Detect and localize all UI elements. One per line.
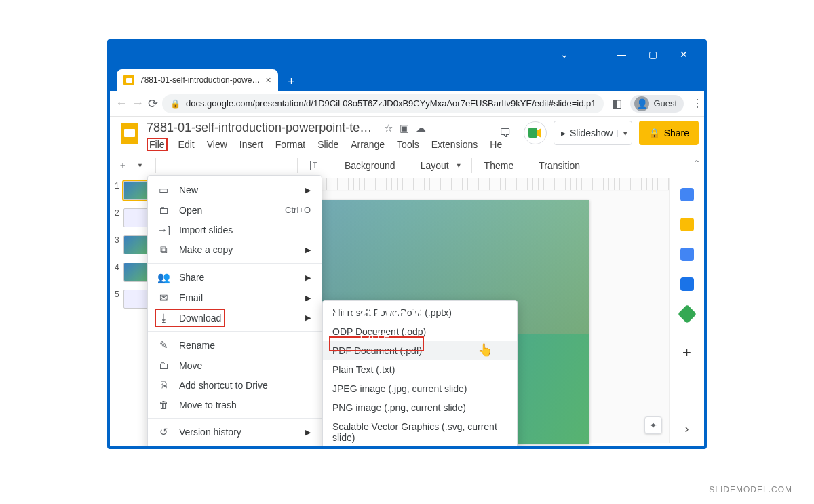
sidepanel-collapse-icon[interactable]: › (685, 422, 689, 436)
watermark: SLIDEMODEL.COM (709, 485, 792, 495)
share-lock-icon: 🔒 (648, 128, 660, 138)
file-menu-dropdown: ▭New▶ 🗀OpenCtrl+O →]Import slides ⧉Make … (147, 175, 322, 449)
theme-button[interactable]: Theme (482, 160, 517, 171)
url-text: docs.google.com/presentation/d/1D9CiL08o… (186, 98, 596, 109)
url-input[interactable]: 🔒 docs.google.com/presentation/d/1D9CiL0… (162, 94, 604, 113)
menu-edit[interactable]: Edit (177, 138, 196, 151)
highlight-annotation (155, 309, 225, 327)
offline-icon: ⟳ (157, 446, 170, 449)
browser-window: ⌄ — ▢ ✕ 7881-01-self-introduction-powe… … (107, 39, 707, 449)
tasks-icon[interactable] (680, 248, 694, 261)
slide-thumb-5[interactable]: 5 (114, 290, 152, 309)
file-menu-open[interactable]: 🗀OpenCtrl+O (148, 200, 322, 220)
svg-marker-1 (537, 128, 541, 138)
maps-icon[interactable] (677, 305, 696, 324)
slides-logo-icon[interactable] (117, 121, 142, 147)
open-icon: 🗀 (157, 204, 170, 216)
file-menu-share[interactable]: 👥Share▶ (148, 267, 322, 288)
layout-button[interactable]: Layout (418, 160, 452, 171)
nav-reload-icon[interactable]: ⟳ (148, 96, 158, 111)
history-icon: ↺ (157, 426, 170, 438)
file-menu-new[interactable]: ▭New▶ (148, 180, 322, 200)
submenu-arrow-icon: ▶ (305, 294, 311, 303)
star-icon[interactable]: ☆ (384, 122, 393, 134)
file-menu-download[interactable]: ⭳Download▶ (148, 308, 322, 328)
side-panel: + › (669, 178, 704, 443)
import-icon: →] (157, 224, 170, 235)
meet-icon[interactable] (524, 121, 547, 144)
browser-tab[interactable]: 7881-01-self-introduction-powe… × (117, 69, 278, 91)
window-maximize-icon[interactable]: ▢ (638, 44, 667, 64)
keep-icon[interactable] (680, 218, 694, 231)
nav-forward-icon[interactable]: → (132, 96, 144, 111)
slide-thumb-2[interactable]: 2 (114, 208, 152, 227)
menu-extensions[interactable]: Extensions (430, 138, 479, 151)
slide-thumb-1[interactable]: 1 (114, 181, 152, 200)
new-tab-button[interactable]: + (282, 72, 301, 91)
download-jpg[interactable]: JPEG image (.jpg, current slide) (323, 379, 517, 398)
window-caret-icon[interactable]: ⌄ (549, 44, 579, 64)
slide-thumb-3[interactable]: 3 (114, 235, 152, 254)
new-slide-button[interactable]: ＋ (115, 159, 130, 172)
transition-button[interactable]: Transition (536, 160, 583, 171)
collapse-toolbar-icon[interactable]: ˆ (695, 159, 699, 173)
file-menu-email[interactable]: ✉Email▶ (148, 288, 322, 308)
slides-favicon-icon (123, 75, 134, 85)
background-button[interactable]: Background (342, 160, 398, 171)
file-menu-version[interactable]: ↺Version history▶ (148, 422, 322, 442)
document-title[interactable]: 7881-01-self-introduction-powerpoint-tem… (147, 121, 377, 135)
browser-addressbar: ← → ⟳ 🔒 docs.google.com/presentation/d/1… (110, 91, 704, 117)
addons-plus-icon[interactable]: + (682, 344, 691, 362)
new-slide-caret-icon[interactable]: ▼ (134, 162, 146, 169)
comments-icon[interactable]: 🗨 (494, 121, 517, 144)
app-header: 7881-01-self-introduction-powerpoint-tem… (110, 117, 704, 151)
slide-title: duction (324, 301, 427, 332)
slide-thumb-4[interactable]: 4 (114, 263, 152, 282)
file-menu-shortcut[interactable]: ⎘Add shortcut to Drive (148, 375, 322, 395)
download-png[interactable]: PNG image (.png, current slide) (323, 398, 517, 417)
file-menu-import[interactable]: →]Import slides (148, 220, 322, 239)
svg-rect-0 (528, 128, 537, 138)
menu-insert[interactable]: Insert (238, 138, 265, 151)
slideshow-caret-icon[interactable]: ▼ (617, 130, 629, 137)
window-minimize-icon[interactable]: — (606, 44, 636, 64)
download-txt[interactable]: Plain Text (.txt) (323, 360, 517, 379)
browser-menu-icon[interactable]: ⋮ (688, 97, 707, 110)
menu-tools[interactable]: Tools (395, 138, 421, 151)
rename-icon: ✎ (157, 339, 170, 351)
calendar-icon[interactable] (680, 188, 694, 201)
window-titlebar: ⌄ — ▢ ✕ (110, 42, 704, 66)
menu-slide[interactable]: Slide (316, 138, 340, 151)
file-menu-rename[interactable]: ✎Rename (148, 335, 322, 355)
slideshow-button[interactable]: ▸ Slideshow ▼ (554, 121, 632, 145)
nav-back-icon[interactable]: ← (115, 96, 128, 111)
menu-arrange[interactable]: Arrange (349, 138, 386, 151)
menu-view[interactable]: View (206, 138, 229, 151)
share-label: Share (664, 128, 689, 138)
textbox-icon[interactable]: 🅃 (307, 160, 322, 171)
tab-close-icon[interactable]: × (265, 75, 271, 85)
profile-chip[interactable]: 👤 Guest (630, 95, 684, 113)
file-menu-move[interactable]: 🗀Move (148, 355, 322, 375)
file-menu-copy[interactable]: ⧉Make a copy▶ (148, 239, 322, 260)
submenu-arrow-icon: ▶ (305, 313, 311, 322)
lock-icon: 🔒 (170, 99, 180, 109)
share-icon: 👥 (157, 271, 170, 284)
reading-list-icon[interactable]: ◧ (608, 97, 626, 110)
slideshow-label: Slideshow (570, 128, 613, 138)
submenu-arrow-icon: ▶ (305, 273, 311, 282)
menu-format[interactable]: Format (274, 138, 307, 151)
contacts-icon[interactable] (680, 277, 694, 291)
share-button[interactable]: 🔒 Share (639, 121, 699, 145)
move-folder-icon[interactable]: ▣ (400, 122, 409, 134)
slide-thumbnails: 1 2 3 4 5 (110, 178, 152, 443)
file-menu-offline[interactable]: ⟳Make available offline (148, 442, 322, 449)
file-menu-trash[interactable]: 🗑Move to trash (148, 395, 322, 414)
menu-file[interactable]: File (147, 138, 168, 151)
window-close-icon[interactable]: ✕ (669, 44, 699, 64)
layout-caret-icon[interactable]: ▼ (456, 162, 462, 169)
download-svg[interactable]: Scalable Vector Graphics (.svg, current … (323, 417, 517, 447)
submenu-arrow-icon: ▶ (305, 186, 311, 195)
explore-button[interactable] (644, 416, 662, 434)
profile-avatar-icon: 👤 (634, 96, 649, 111)
